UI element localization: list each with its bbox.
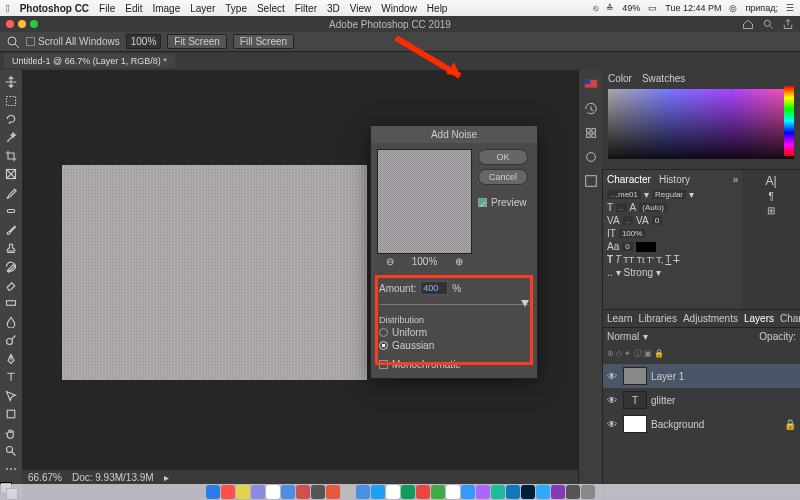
- tab-swatches[interactable]: Swatches: [642, 73, 685, 84]
- tab-layers[interactable]: Layers: [744, 313, 774, 324]
- menu-view[interactable]: View: [350, 3, 372, 14]
- menu-type[interactable]: Type: [225, 3, 247, 14]
- stamp-tool[interactable]: [2, 240, 20, 256]
- type-tool[interactable]: [2, 369, 20, 385]
- shape-tool[interactable]: [2, 406, 20, 422]
- wifi-icon[interactable]: ≙: [606, 3, 614, 13]
- preview-checkbox[interactable]: ✓Preview: [478, 197, 528, 208]
- dock-app[interactable]: [341, 485, 355, 499]
- fill-screen-button[interactable]: Fill Screen: [233, 34, 294, 49]
- layer-name[interactable]: Background: [651, 419, 704, 430]
- dock-app[interactable]: [371, 485, 385, 499]
- leading[interactable]: (Auto): [639, 203, 667, 212]
- dock-app[interactable]: [206, 485, 220, 499]
- maximize-window-button[interactable]: [30, 20, 38, 28]
- tab-history[interactable]: History: [659, 174, 690, 185]
- menu-window[interactable]: Window: [381, 3, 417, 14]
- menu-filter[interactable]: Filter: [295, 3, 317, 14]
- tab-character[interactable]: Character: [607, 174, 651, 185]
- brush-presets-icon[interactable]: [584, 150, 598, 164]
- dock-app[interactable]: [311, 485, 325, 499]
- path-tool[interactable]: [2, 387, 20, 403]
- dock-app[interactable]: [281, 485, 295, 499]
- visibility-icon[interactable]: 👁: [607, 419, 619, 430]
- vscale[interactable]: 100%: [619, 229, 645, 238]
- gaussian-radio[interactable]: Gaussian: [379, 340, 529, 351]
- dock-app[interactable]: [326, 485, 340, 499]
- dock-app[interactable]: [536, 485, 550, 499]
- font-size[interactable]: ..: [616, 203, 626, 212]
- ok-button[interactable]: OK: [478, 149, 528, 165]
- menu-edit[interactable]: Edit: [125, 3, 142, 14]
- layer-thumb[interactable]: [623, 367, 647, 385]
- document-canvas[interactable]: [62, 165, 367, 380]
- app-name[interactable]: Photoshop CC: [20, 3, 89, 14]
- dock-app[interactable]: [506, 485, 520, 499]
- notification-icon[interactable]: ☰: [786, 3, 794, 13]
- dock-app[interactable]: [401, 485, 415, 499]
- menu-image[interactable]: Image: [152, 3, 180, 14]
- dock-app[interactable]: [221, 485, 235, 499]
- color-picker[interactable]: [608, 89, 794, 159]
- battery-icon[interactable]: ▭: [648, 3, 657, 13]
- baseline[interactable]: 0: [622, 242, 632, 251]
- history-icon[interactable]: [584, 102, 598, 116]
- eyedropper-tool[interactable]: [2, 185, 20, 201]
- spotlight-icon[interactable]: ◎: [729, 3, 737, 13]
- zoom-value[interactable]: 100%: [126, 34, 162, 49]
- layer-row[interactable]: 👁 Background 🔒: [603, 412, 800, 436]
- bluetooth-icon[interactable]: ⎋: [593, 3, 598, 13]
- layer-row[interactable]: 👁 Layer 1: [603, 364, 800, 388]
- cancel-button[interactable]: Cancel: [478, 169, 528, 185]
- dock-app[interactable]: [266, 485, 280, 499]
- blur-tool[interactable]: [2, 314, 20, 330]
- minimize-window-button[interactable]: [18, 20, 26, 28]
- dock-app[interactable]: [431, 485, 445, 499]
- kerning[interactable]: ..: [623, 216, 633, 225]
- dock-app[interactable]: [446, 485, 460, 499]
- zoom-in-icon[interactable]: ⊕: [455, 256, 463, 267]
- marquee-tool[interactable]: [2, 92, 20, 108]
- char-a-icon[interactable]: A|: [766, 174, 777, 188]
- menu-file[interactable]: File: [99, 3, 115, 14]
- tab-channels[interactable]: Channels: [780, 313, 800, 324]
- clock[interactable]: Tue 12:44 PM: [665, 3, 721, 13]
- menu-3d[interactable]: 3D: [327, 3, 340, 14]
- visibility-icon[interactable]: 👁: [607, 395, 619, 406]
- search-icon[interactable]: [762, 18, 774, 30]
- dock-app[interactable]: [416, 485, 430, 499]
- menu-help[interactable]: Help: [427, 3, 448, 14]
- visibility-icon[interactable]: 👁: [607, 371, 619, 382]
- layer-thumb[interactable]: [623, 415, 647, 433]
- dodge-tool[interactable]: [2, 332, 20, 348]
- dock-app[interactable]: [461, 485, 475, 499]
- wand-tool[interactable]: [2, 129, 20, 145]
- scroll-all-checkbox[interactable]: Scroll All Windows: [26, 36, 120, 47]
- apple-icon[interactable]: : [6, 3, 10, 14]
- dock-app[interactable]: [296, 485, 310, 499]
- properties-icon[interactable]: [584, 126, 598, 140]
- menu-select[interactable]: Select: [257, 3, 285, 14]
- hand-tool[interactable]: [2, 424, 20, 440]
- gradient-tool[interactable]: [2, 295, 20, 311]
- heal-tool[interactable]: [2, 203, 20, 219]
- tab-learn[interactable]: Learn: [607, 313, 633, 324]
- tracking[interactable]: 0: [652, 216, 662, 225]
- dock-trash[interactable]: [581, 485, 595, 499]
- glyphs-icon[interactable]: ⊞: [767, 205, 775, 216]
- dock-app[interactable]: [566, 485, 580, 499]
- zoom-out-icon[interactable]: ⊖: [386, 256, 394, 267]
- dock-app-photoshop[interactable]: [521, 485, 535, 499]
- dock-app[interactable]: [551, 485, 565, 499]
- uniform-radio[interactable]: Uniform: [379, 327, 529, 338]
- dialog-preview[interactable]: [377, 149, 472, 254]
- share-icon[interactable]: [782, 18, 794, 30]
- paragraph-icon[interactable]: ¶: [768, 191, 773, 202]
- layer-name[interactable]: Layer 1: [651, 371, 684, 382]
- crop-tool[interactable]: [2, 148, 20, 164]
- blend-mode[interactable]: Normal: [607, 331, 639, 342]
- dock-app[interactable]: [251, 485, 265, 499]
- tab-color[interactable]: Color: [608, 73, 632, 84]
- hue-slider[interactable]: [784, 86, 794, 156]
- close-window-button[interactable]: [6, 20, 14, 28]
